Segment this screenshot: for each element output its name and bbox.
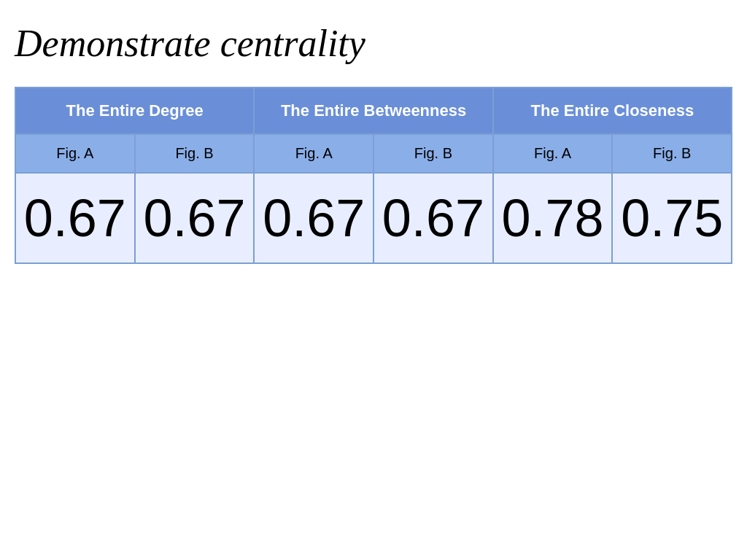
degree-fig-b-header: Fig. B	[135, 134, 255, 173]
data-row: 0.67 0.67 0.67 0.67 0.78 0.75	[15, 173, 732, 263]
page-container: Demonstrate centrality The Entire Degree…	[0, 0, 747, 279]
closeness-fig-a-value: 0.78	[493, 173, 613, 263]
closeness-fig-b-header: Fig. B	[612, 134, 732, 173]
betweenness-fig-a-value: 0.67	[254, 173, 374, 263]
degree-header: The Entire Degree	[15, 88, 254, 134]
sub-header-row: Fig. A Fig. B Fig. A Fig. B Fig. A Fig. …	[15, 134, 732, 173]
betweenness-fig-b-header: Fig. B	[374, 134, 493, 173]
betweenness-header: The Entire Betweenness	[254, 88, 492, 134]
closeness-fig-a-header: Fig. A	[493, 134, 613, 173]
betweenness-fig-b-value: 0.67	[374, 173, 493, 263]
betweenness-fig-a-header: Fig. A	[254, 134, 374, 173]
degree-fig-a-header: Fig. A	[15, 134, 135, 173]
header-row-group: The Entire Degree The Entire Betweenness…	[15, 88, 732, 134]
closeness-fig-b-value: 0.75	[612, 173, 732, 263]
page-title: Demonstrate centrality	[15, 22, 732, 65]
degree-fig-b-value: 0.67	[135, 173, 255, 263]
closeness-header: The Entire Closeness	[493, 88, 732, 134]
centrality-table: The Entire Degree The Entire Betweenness…	[15, 87, 732, 264]
degree-fig-a-value: 0.67	[15, 173, 135, 263]
